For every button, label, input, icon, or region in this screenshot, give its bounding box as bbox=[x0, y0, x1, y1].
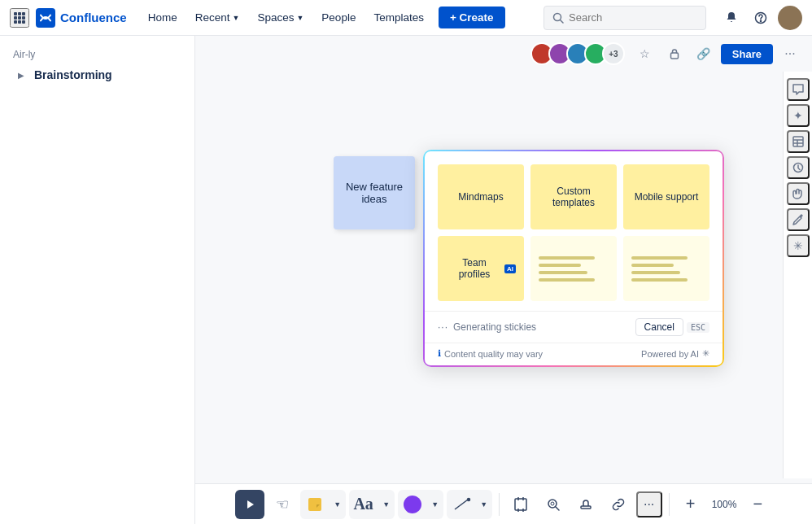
canvas-toolbar-top: +3 ☆ 🔗 Share ··· bbox=[195, 36, 812, 72]
nav-people[interactable]: People bbox=[313, 7, 364, 28]
svg-marker-19 bbox=[247, 500, 254, 509]
toolbar-divider-1 bbox=[499, 493, 500, 516]
main-layout: Air-ly ▶ Brainstorming +3 ☆ 🔗 Share ··· bbox=[0, 36, 812, 524]
ai-sticky-grid: Mindmaps Custom templates Mobile support… bbox=[425, 151, 723, 311]
confluence-logo-text: Confluence bbox=[60, 11, 127, 24]
collaborator-avatars: +3 bbox=[530, 42, 625, 65]
svg-rect-5 bbox=[22, 16, 25, 20]
line-1 bbox=[539, 256, 595, 260]
create-button[interactable]: + Create bbox=[439, 7, 505, 28]
toolbar-divider-2 bbox=[669, 493, 670, 516]
comment-tool[interactable] bbox=[787, 78, 810, 101]
placeholder-sticky-2 bbox=[623, 236, 709, 301]
table-tool[interactable] bbox=[787, 130, 810, 153]
ai-badge: AI bbox=[504, 264, 516, 273]
stamp-tool[interactable] bbox=[571, 490, 600, 519]
sidebar-parent-link[interactable]: Air-ly bbox=[13, 49, 181, 60]
sticky-tool-group: ▼ bbox=[300, 490, 346, 519]
bottom-toolbar: ☜ ▼ Aa ▼ ▼ ▼ bbox=[195, 483, 812, 524]
nav-home[interactable]: Home bbox=[140, 7, 186, 28]
svg-rect-31 bbox=[581, 506, 591, 509]
sidebar-current-page: ▶ Brainstorming bbox=[0, 63, 194, 86]
more-options-button[interactable]: ··· bbox=[778, 41, 802, 66]
mobile-support-sticky[interactable]: Mobile support bbox=[623, 164, 709, 229]
svg-rect-4 bbox=[18, 16, 21, 20]
user-avatar[interactable] bbox=[778, 6, 802, 30]
svg-rect-2 bbox=[22, 12, 25, 15]
more-tools-button[interactable]: ··· bbox=[636, 491, 662, 517]
svg-line-10 bbox=[561, 20, 564, 23]
sidebar-toggle[interactable]: ▶ bbox=[13, 67, 29, 83]
ai-modal-content: Mindmaps Custom templates Mobile support… bbox=[425, 151, 723, 365]
sticky-note-tool[interactable] bbox=[300, 490, 330, 519]
help-button[interactable] bbox=[749, 6, 773, 30]
line-2 bbox=[631, 264, 674, 267]
confluence-logo[interactable]: Confluence bbox=[36, 8, 127, 28]
new-feature-ideas-sticky[interactable]: New feature ideas bbox=[334, 156, 415, 229]
zoom-out-button[interactable]: − bbox=[743, 490, 772, 519]
sticky-dropdown[interactable]: ▼ bbox=[330, 490, 346, 519]
mindmaps-sticky[interactable]: Mindmaps bbox=[438, 164, 524, 229]
svg-rect-7 bbox=[18, 20, 21, 24]
svg-rect-13 bbox=[670, 53, 678, 59]
esc-badge: ESC bbox=[687, 322, 709, 333]
sparkle-tool[interactable]: ✦ bbox=[787, 104, 810, 127]
line-dropdown[interactable]: ▼ bbox=[476, 490, 492, 519]
link-canvas-tool[interactable] bbox=[604, 490, 633, 519]
nav-actions bbox=[719, 6, 802, 30]
play-button[interactable] bbox=[235, 490, 264, 519]
svg-rect-0 bbox=[14, 12, 17, 15]
lock-button[interactable] bbox=[662, 41, 687, 66]
svg-point-30 bbox=[551, 502, 554, 505]
search-bar[interactable] bbox=[544, 6, 706, 30]
right-toolbar: ✦ ✳ bbox=[783, 72, 812, 478]
cancel-button[interactable]: Cancel bbox=[635, 318, 683, 336]
search-icon bbox=[552, 12, 564, 24]
history-tool[interactable] bbox=[787, 156, 810, 179]
zoom-in-button[interactable]: + bbox=[676, 490, 705, 519]
sidebar-header: Air-ly bbox=[0, 46, 194, 63]
app-switcher-button[interactable] bbox=[10, 8, 29, 28]
custom-templates-sticky[interactable]: Custom templates bbox=[530, 164, 617, 229]
svg-rect-3 bbox=[14, 16, 17, 20]
canvas-area: +3 ☆ 🔗 Share ··· ✦ bbox=[195, 36, 812, 524]
star-button[interactable]: ☆ bbox=[633, 41, 657, 66]
ai-sparkle-icon: ✳ bbox=[702, 348, 709, 359]
nav-recent[interactable]: Recent ▼ bbox=[187, 7, 248, 28]
svg-rect-8 bbox=[22, 20, 25, 24]
notifications-button[interactable] bbox=[719, 6, 744, 30]
shape-tool[interactable] bbox=[398, 490, 427, 519]
sparkle2-tool[interactable]: ✳ bbox=[787, 234, 810, 257]
svg-rect-6 bbox=[14, 20, 17, 24]
confluence-logo-icon bbox=[36, 8, 55, 28]
frame-tool[interactable] bbox=[506, 490, 535, 519]
hand-tool[interactable] bbox=[787, 182, 810, 205]
text-tool-group: Aa ▼ bbox=[349, 490, 395, 519]
nav-templates[interactable]: Templates bbox=[365, 7, 432, 28]
hand-cursor-tool[interactable]: ☜ bbox=[268, 490, 297, 519]
pen-tool[interactable] bbox=[787, 208, 810, 231]
search-canvas-tool[interactable] bbox=[539, 490, 568, 519]
share-button[interactable]: Share bbox=[721, 44, 773, 64]
nav-links: Home Recent ▼ Spaces ▼ People Templates bbox=[140, 7, 432, 28]
svg-rect-14 bbox=[793, 137, 803, 146]
line-4 bbox=[631, 278, 688, 282]
sidebar-page-title: Brainstorming bbox=[34, 68, 112, 81]
text-tool[interactable]: Aa bbox=[349, 490, 378, 519]
text-dropdown[interactable]: ▼ bbox=[378, 490, 395, 519]
line-tool-group: ▼ bbox=[447, 490, 492, 519]
link-button[interactable]: 🔗 bbox=[692, 41, 716, 66]
svg-point-12 bbox=[760, 20, 761, 21]
powered-by-ai: Powered by AI ✳ bbox=[641, 348, 709, 359]
line-tool[interactable] bbox=[447, 490, 476, 519]
shape-dropdown[interactable]: ▼ bbox=[427, 490, 443, 519]
search-input[interactable] bbox=[569, 11, 683, 24]
nav-spaces[interactable]: Spaces ▼ bbox=[249, 7, 312, 28]
top-navigation: Confluence Home Recent ▼ Spaces ▼ People… bbox=[0, 0, 812, 36]
svg-rect-23 bbox=[515, 499, 526, 510]
line-1 bbox=[631, 256, 688, 260]
svg-line-21 bbox=[455, 500, 468, 509]
team-profiles-sticky[interactable]: Team profilesAI bbox=[438, 236, 524, 301]
sidebar: Air-ly ▶ Brainstorming bbox=[0, 36, 195, 524]
svg-point-22 bbox=[467, 498, 469, 500]
